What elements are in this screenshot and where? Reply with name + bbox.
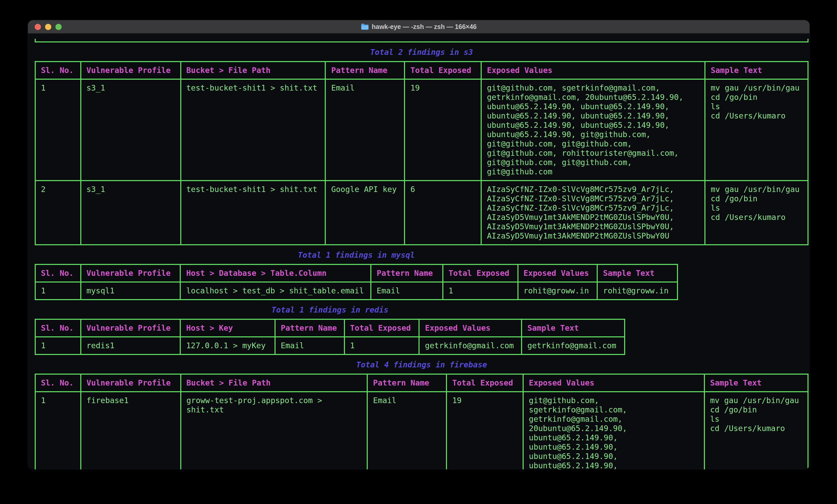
terminal-screen[interactable]: Total 2 findings in s3 Sl. No.Vulnerable… xyxy=(28,34,809,469)
window-title: hawk-eye — -zsh — zsh — 166×46 xyxy=(372,23,477,30)
table-row: 2s3_1test-bucket-shit1 > shit.txtGoogle … xyxy=(35,181,808,245)
findings-section: Total 4 findings in firebase Sl. No.Vuln… xyxy=(35,360,808,469)
page: hawk-eye — -zsh — zsh — 166×46 Total 2 f… xyxy=(0,0,837,504)
cell-line: s3_1 xyxy=(87,83,175,93)
section-title: Total 4 findings in firebase xyxy=(35,360,808,370)
table-cell: mv gau /usr/bin/gaucd /go/binlscd /Users… xyxy=(705,181,808,245)
cell-line: AIzaSyCfNZ-IZx0-SlVcVg8MCr575zv9_Ar7jLc, xyxy=(487,203,699,213)
minimize-button[interactable] xyxy=(45,24,51,30)
column-header: Total Exposed xyxy=(446,374,523,392)
cell-line: Google API key xyxy=(331,185,399,194)
cell-line: cd /Users/kumaro xyxy=(711,213,802,222)
cell-line: ls xyxy=(711,203,802,213)
section-title: Total 1 findings in redis xyxy=(35,305,625,315)
table-row: 1mysql1localhost > test_db > shit_table.… xyxy=(35,282,677,300)
table-row: 1firebase1groww-test-proj.appspot.com >s… xyxy=(35,392,808,469)
column-header: Vulnerable Profile xyxy=(81,264,180,282)
table-cell: Email xyxy=(371,282,443,300)
cell-line: git@github.com, sgetrkinfo@gmail.com, xyxy=(487,83,699,93)
cell-line: cd /go/bin xyxy=(711,194,802,203)
column-header: Vulnerable Profile xyxy=(81,61,180,79)
cell-line: firebase1 xyxy=(87,396,175,405)
table-cell: 1 xyxy=(35,282,81,300)
window-titlebar[interactable]: hawk-eye — -zsh — zsh — 166×46 xyxy=(28,20,809,34)
cell-line: groww-test-proj.appspot.com > xyxy=(186,396,362,405)
table-cell: getrkinfo@gmail.com xyxy=(522,337,625,354)
cell-line: ubuntu@65.2.149.90, xyxy=(529,433,699,443)
cell-line: AIzaSyD5Vmuy1mt3AkMENDP2tMG0ZUslSPbwY0U, xyxy=(487,213,699,222)
table-cell: 1 xyxy=(344,337,419,354)
findings-table: Sl. No.Vulnerable ProfileBucket > File P… xyxy=(35,61,808,245)
header-row: Sl. No.Vulnerable ProfileHost > KeyPatte… xyxy=(35,319,625,337)
table-cell: git@github.com,sgetrkinfo@gmail.com,getr… xyxy=(523,392,705,469)
clipped-table-bottom-border xyxy=(35,39,808,42)
column-header: Sl. No. xyxy=(35,374,81,392)
cell-line: cd /Users/kumaro xyxy=(711,111,802,120)
zoom-button[interactable] xyxy=(55,24,61,30)
cell-line: s3_1 xyxy=(87,185,175,194)
cell-line: AIzaSyD5Vmuy1mt3AkMENDP2tMG0ZUslSPbwY0U, xyxy=(487,222,699,231)
cell-line: git@github.com xyxy=(487,167,699,176)
cell-line: 1 xyxy=(41,341,75,350)
cell-line: getrkinfo@gmail.com xyxy=(425,341,516,350)
cell-line: 19 xyxy=(410,83,476,93)
column-header: Bucket > File Path xyxy=(180,61,325,79)
column-header: Pattern Name xyxy=(368,374,447,392)
table-cell: localhost > test_db > shit_table.email xyxy=(180,282,371,300)
cell-line: 6 xyxy=(410,185,476,194)
cell-line: Email xyxy=(331,83,399,93)
table-cell: mv gau /usr/bin/gaucd /go/binlscd /Users… xyxy=(705,392,808,469)
cell-line: AIzaSyD5Vmuy1mt3AkMENDP2tMG0ZUslSPbwY0U xyxy=(487,231,699,241)
table-cell: s3_1 xyxy=(81,79,180,181)
cell-line: 20ubuntu@65.2.149.90, xyxy=(529,424,699,433)
cell-line: cd /go/bin xyxy=(711,93,802,102)
table-cell: Google API key xyxy=(325,181,405,245)
header-row: Sl. No.Vulnerable ProfileBucket > File P… xyxy=(35,374,808,392)
column-header: Total Exposed xyxy=(443,264,518,282)
table-cell: Email xyxy=(368,392,447,469)
cell-line: Email xyxy=(281,341,339,350)
cell-line: ls xyxy=(711,102,802,111)
cell-line: git@github.com, git@github.com, xyxy=(487,158,699,167)
column-header: Pattern Name xyxy=(325,61,405,79)
folder-icon xyxy=(361,23,369,30)
cell-line: cd /go/bin xyxy=(710,405,802,414)
cell-line: mysql1 xyxy=(87,286,175,296)
cell-line: AIzaSyCfNZ-IZx0-SlVcVg8MCr575zv9_Ar7jLc, xyxy=(487,194,699,203)
cell-line: getrkinfo@gmail.com xyxy=(528,341,619,350)
column-header: Total Exposed xyxy=(344,319,419,337)
section-title: Total 1 findings in mysql xyxy=(35,250,678,260)
cell-line: git@github.com, rohittourister@gmail.com… xyxy=(487,149,699,158)
table-cell: groww-test-proj.appspot.com >shit.txt xyxy=(181,392,368,469)
table-cell: mysql1 xyxy=(81,282,180,300)
column-header: Sample Text xyxy=(705,374,808,392)
cell-line: getrkinfo@gmail.com, 20ubuntu@65.2.149.9… xyxy=(487,93,699,102)
table-cell: 6 xyxy=(405,181,481,245)
findings-table: Sl. No.Vulnerable ProfileBucket > File P… xyxy=(35,374,808,469)
cell-line: ubuntu@65.2.149.90, ubuntu@65.2.149.90, xyxy=(487,111,699,120)
column-header: Exposed Values xyxy=(518,264,597,282)
cell-line: shit.txt xyxy=(186,405,362,414)
column-header: Sl. No. xyxy=(35,61,81,79)
cell-line: 1 xyxy=(41,396,75,405)
table-cell: git@github.com, sgetrkinfo@gmail.com,get… xyxy=(481,79,705,181)
cell-line: ubuntu@65.2.149.90, xyxy=(529,443,699,452)
cell-line: ubuntu@65.2.149.90, xyxy=(529,452,699,461)
table-cell: s3_1 xyxy=(81,181,180,245)
table-cell: Email xyxy=(275,337,344,354)
cell-line: getrkinfo@gmail.com, xyxy=(529,414,699,424)
cell-line: ubuntu@65.2.149.90, ubuntu@65.2.149.90, xyxy=(487,120,699,130)
close-button[interactable] xyxy=(35,24,41,30)
table-cell: 1 xyxy=(35,392,81,469)
cell-line: Email xyxy=(377,286,437,296)
table-cell: getrkinfo@gmail.com xyxy=(419,337,522,354)
cell-line: Email xyxy=(373,396,441,405)
column-header: Pattern Name xyxy=(275,319,344,337)
table-cell: rohit@groww.in xyxy=(518,282,597,300)
cell-line: ubuntu@65.2.149.90, git@github.com, xyxy=(487,130,699,139)
table-cell: 1 xyxy=(35,79,81,181)
header-row: Sl. No.Vulnerable ProfileHost > Database… xyxy=(35,264,677,282)
cell-line: 2 xyxy=(41,185,75,194)
cell-line: cd /Users/kumaro xyxy=(710,424,802,433)
table-row: 1s3_1test-bucket-shit1 > shit.txtEmail19… xyxy=(35,79,808,181)
